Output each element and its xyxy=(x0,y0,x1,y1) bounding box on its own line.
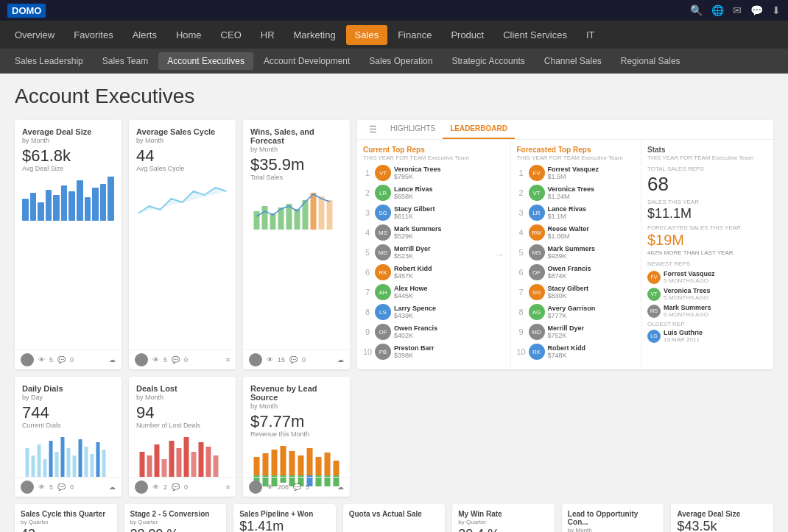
card-deals-lost-title: Deals Lost xyxy=(136,384,228,393)
svg-rect-31 xyxy=(191,452,197,478)
comment-icon: 💬 xyxy=(57,356,66,363)
card-revenue-lead: Revenue by Lead Source by Month $7.77m R… xyxy=(243,377,350,497)
nav-home[interactable]: Home xyxy=(167,25,211,45)
svg-rect-41 xyxy=(281,446,286,475)
subnav-strategic-accounts[interactable]: Strategic Accounts xyxy=(443,52,533,70)
nav-marketing[interactable]: Marketing xyxy=(285,25,345,45)
svg-rect-20 xyxy=(85,447,88,478)
menu-icon[interactable]: ☰ xyxy=(363,120,383,139)
chat-icon[interactable]: 💬 xyxy=(750,4,763,16)
card-avg-sales-cycle-value: 44 xyxy=(136,147,228,165)
view-icon: 👁 xyxy=(152,483,159,491)
search-icon[interactable]: 🔍 xyxy=(690,4,703,16)
svg-rect-47 xyxy=(307,448,313,475)
card-avg-sales-cycle-footer: 👁 5 💬 0 ≡ xyxy=(129,350,236,369)
avatar: MD xyxy=(375,244,391,260)
subnav-account-executives[interactable]: Account Executives xyxy=(158,52,253,70)
globe-icon[interactable]: 🌐 xyxy=(711,4,724,16)
bottom-card-sub: by Quarter xyxy=(21,519,111,525)
card-daily-dials: Daily Dials by Day 744 Current Dials xyxy=(15,377,122,497)
card-deals-lost-subtitle: by Month xyxy=(136,394,228,401)
nav-product[interactable]: Product xyxy=(442,25,493,45)
newest-rep-3: MS Mark Summers6 MONTHS AGO xyxy=(647,304,767,318)
comment-icon: 💬 xyxy=(57,483,66,491)
list-item: 5 MD Merrill Dyer$523K xyxy=(363,244,482,260)
oldest-rep-name: Luis Guthrie xyxy=(664,329,703,336)
avatar: VT xyxy=(647,288,661,301)
forecasted-top-reps: Forecasted Top Reps THIS YEAR FOR TEAM E… xyxy=(510,140,641,369)
tab-highlights[interactable]: HIGHLIGHTS xyxy=(383,120,443,139)
card-wins-sales-label: Total Sales xyxy=(250,174,342,181)
svg-rect-24 xyxy=(140,452,145,478)
subnav-sales-team[interactable]: Sales Team xyxy=(94,52,157,70)
comment-count: 0 xyxy=(70,356,74,363)
card-avg-deal-size-footer: 👁 5 💬 0 ☁ xyxy=(15,350,122,369)
download-icon[interactable]: ⬇ xyxy=(772,4,781,16)
avatar: MS xyxy=(529,244,545,260)
comment-count: 0 xyxy=(184,483,188,491)
subnav-channel-sales[interactable]: Channel Sales xyxy=(535,52,611,70)
nav-hr[interactable]: HR xyxy=(252,25,284,45)
svg-rect-1 xyxy=(262,206,268,230)
subnav-account-development[interactable]: Account Development xyxy=(255,52,359,70)
list-item: 10 RK Robert Kidd$748K xyxy=(517,344,636,360)
svg-rect-16 xyxy=(61,437,65,478)
avatar: LS xyxy=(375,304,391,320)
stats-subtitle: THIS YEAR FOR TEAM Executive Team xyxy=(647,155,767,161)
avatar: AH xyxy=(375,284,391,300)
wins-sales-chart xyxy=(250,185,342,230)
subnav-sales-operation[interactable]: Sales Operation xyxy=(360,52,441,70)
top-bar: DOMO 🔍 🌐 ✉ 💬 ⬇ xyxy=(0,0,788,21)
nav-ceo[interactable]: CEO xyxy=(212,25,250,45)
nav-sales[interactable]: Sales xyxy=(346,25,388,45)
sales-year-value: $11.1M xyxy=(647,206,767,221)
view-icon: 👁 xyxy=(267,356,273,363)
comment-icon: 💬 xyxy=(289,356,298,363)
card-deals-lost-label: Number of Lost Deals xyxy=(136,422,228,429)
card-revenue-lead-value: $7.77m xyxy=(250,413,342,430)
svg-rect-0 xyxy=(254,211,260,230)
nav-client-services[interactable]: Client Services xyxy=(494,25,576,45)
list-item: 4 MS Mark Summers$529K xyxy=(363,224,482,241)
avatar: RK xyxy=(375,264,391,280)
bottom-card-title: Lead to Opportunity Con... xyxy=(568,510,658,526)
card-wins-sales-value: $35.9m xyxy=(250,156,342,174)
tab-leaderboard[interactable]: LEADERBOARD xyxy=(443,120,515,139)
card-revenue-lead-subtitle: by Month xyxy=(250,402,342,410)
subnav-sales-leadership[interactable]: Sales Leadership xyxy=(6,52,92,70)
subnav-regional-sales[interactable]: Regional Sales xyxy=(612,52,689,70)
list-item: 7 SG Stacy Gilbert$830K xyxy=(517,284,636,300)
list-item: 2 LR Lance Rivas$658K xyxy=(363,185,482,201)
bottom-card-title: Average Deal Size xyxy=(677,510,767,518)
avatar: SG xyxy=(375,205,391,221)
deals-lost-chart xyxy=(136,433,228,478)
nav-it[interactable]: IT xyxy=(577,25,604,45)
svg-rect-12 xyxy=(38,444,41,478)
card-wins-sales-footer: 👁 15 💬 0 ☁ xyxy=(243,350,350,369)
list-item: 3 SG Stacy Gilbert$611K xyxy=(363,205,482,221)
avatar: FV xyxy=(529,165,545,181)
nav-finance[interactable]: Finance xyxy=(389,25,440,45)
top-icons: 🔍 🌐 ✉ 💬 ⬇ xyxy=(690,4,781,16)
view-count: 5 xyxy=(49,483,53,491)
avatar: MS xyxy=(375,224,391,241)
nav-favorites[interactable]: Favorites xyxy=(65,25,122,45)
comment-icon: 💬 xyxy=(172,356,180,363)
card-avatar xyxy=(249,353,262,366)
avatar: MD xyxy=(529,324,545,340)
avatar: LR xyxy=(375,185,391,201)
svg-rect-10 xyxy=(26,448,29,478)
list-item: 4 RW Reese Walter$1.06M xyxy=(517,224,636,241)
nav-overview[interactable]: Overview xyxy=(6,25,63,45)
forecasted-top-subtitle: THIS YEAR FOR TEAM Executive Team xyxy=(517,155,636,161)
svg-rect-14 xyxy=(49,441,53,478)
card-wins-sales-title: Wins, Sales, and Forecast xyxy=(250,127,342,145)
svg-rect-28 xyxy=(169,441,175,478)
card-leaderboard: ☰ HIGHLIGHTS LEADERBOARD Current Top Rep… xyxy=(357,120,773,369)
card-revenue-lead-footer: 👁206 💬5 ☁ xyxy=(243,477,350,497)
list-item: 7 AH Alex Howe$445K xyxy=(363,284,482,300)
nav-alerts[interactable]: Alerts xyxy=(124,25,166,45)
mail-icon[interactable]: ✉ xyxy=(733,4,742,16)
svg-rect-32 xyxy=(199,442,204,478)
bottom-card-value: 20.4 % xyxy=(458,527,549,532)
